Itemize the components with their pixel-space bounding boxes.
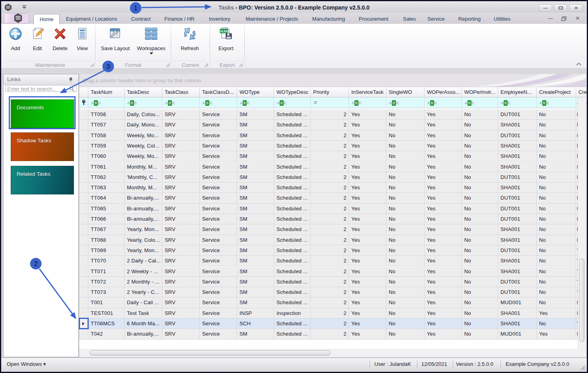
svg-text:XLSX: XLSX xyxy=(220,30,228,33)
